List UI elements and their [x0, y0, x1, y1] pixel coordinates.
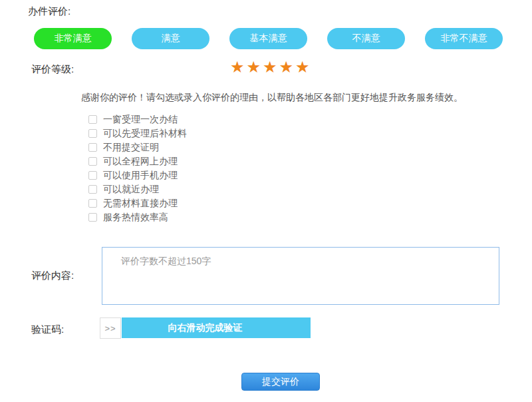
star-icon[interactable]: ★	[263, 58, 279, 76]
reason-label: 可以先受理后补材料	[103, 128, 187, 140]
checkbox-icon[interactable]	[88, 129, 97, 138]
star-icon[interactable]: ★	[279, 58, 296, 76]
checkbox-icon[interactable]	[88, 213, 97, 222]
reason-label: 服务热情效率高	[103, 212, 168, 224]
reason-label: 可以就近办理	[103, 184, 159, 196]
captcha-label: 验证码:	[31, 323, 64, 336]
thanks-message: 感谢你的评价！请勾选或录入你评价的理由，以帮助各地区各部门更好地提升政务服务绩效…	[81, 92, 463, 104]
checkbox-icon[interactable]	[88, 143, 97, 152]
reason-row: 可以先受理后补材料	[88, 126, 187, 140]
reason-checkbox-list: 一窗受理一次办结 可以先受理后补材料 不用提交证明 可以全程网上办理 可以使用手…	[88, 112, 187, 224]
reason-row: 一窗受理一次办结	[88, 112, 187, 126]
option-unsatisfied[interactable]: 不满意	[327, 28, 405, 49]
reason-row: 服务热情效率高	[88, 210, 187, 224]
evaluation-section-label: 办件评价:	[28, 5, 70, 18]
reason-label: 无需材料直接办理	[103, 198, 178, 210]
content-label: 评价内容:	[31, 270, 74, 282]
reason-row: 不用提交证明	[88, 140, 187, 154]
option-very-satisfied[interactable]: 非常满意	[34, 28, 112, 49]
option-very-unsatisfied[interactable]: 非常不满意	[425, 28, 503, 49]
star-icon[interactable]: ★	[295, 58, 312, 76]
slider-track	[122, 317, 311, 338]
reason-label: 可以全程网上办理	[103, 156, 178, 168]
checkbox-icon[interactable]	[88, 171, 97, 180]
reason-label: 不用提交证明	[103, 142, 159, 154]
star-icon[interactable]: ★	[230, 58, 247, 76]
rating-label: 评价等级:	[31, 63, 74, 76]
checkbox-icon[interactable]	[88, 185, 97, 194]
option-basically-satisfied[interactable]: 基本满意	[229, 28, 307, 49]
reason-label: 可以使用手机办理	[103, 170, 178, 182]
checkbox-icon[interactable]	[88, 157, 97, 166]
option-satisfied[interactable]: 满意	[132, 28, 209, 49]
evaluation-form-page: 办件评价: 非常满意 满意 基本满意 不满意 非常不满意 评价等级: ★★★★★…	[0, 0, 532, 402]
reason-row: 无需材料直接办理	[88, 196, 187, 210]
checkbox-icon[interactable]	[88, 199, 97, 208]
submit-button[interactable]: 提交评价	[241, 373, 320, 391]
slider-handle-icon[interactable]: >>	[100, 317, 121, 339]
star-rating[interactable]: ★★★★★	[230, 59, 312, 76]
reason-label: 一窗受理一次办结	[103, 114, 178, 126]
reason-row: 可以就近办理	[88, 182, 187, 196]
checkbox-icon[interactable]	[88, 115, 97, 124]
evaluation-content-input[interactable]	[102, 247, 499, 305]
reason-row: 可以使用手机办理	[88, 168, 187, 182]
satisfaction-options: 非常满意 满意 基本满意 不满意 非常不满意	[34, 28, 503, 49]
star-icon[interactable]: ★	[247, 58, 263, 76]
slide-captcha: 向右滑动完成验证 >>	[100, 317, 311, 339]
reason-row: 可以全程网上办理	[88, 154, 187, 168]
